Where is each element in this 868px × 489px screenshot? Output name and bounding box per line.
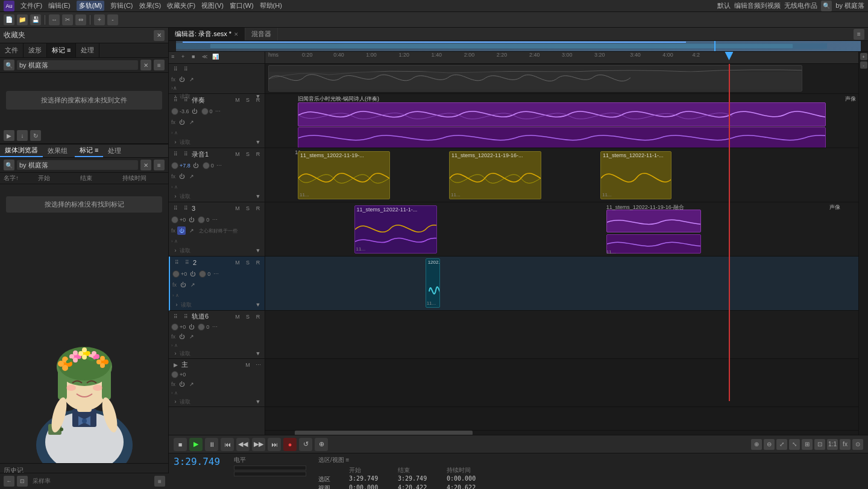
expand-2[interactable]: › bbox=[172, 301, 181, 309]
menu-help[interactable]: 帮助(H) bbox=[260, 1, 282, 10]
track2-dragger[interactable]: ⠿ bbox=[172, 258, 181, 267]
tab-media-browser[interactable]: 媒体浏览器 bbox=[0, 145, 43, 157]
search-input[interactable] bbox=[17, 60, 138, 70]
dropdown-ludao6[interactable]: ▼ bbox=[254, 349, 262, 358]
workspace-radio[interactable]: 无线电作品 bbox=[784, 1, 817, 10]
track-banzhuo-dragger[interactable]: ⠿ bbox=[171, 96, 180, 104]
track3-dragger2[interactable]: ⠿ bbox=[181, 204, 190, 213]
search-icon-left[interactable]: 🔍 bbox=[4, 60, 14, 70]
dropdown-2[interactable]: ▼ bbox=[254, 301, 262, 309]
razor-tool[interactable]: ✂ bbox=[62, 14, 73, 25]
track-master-vol-knob[interactable] bbox=[171, 371, 178, 378]
tab-process[interactable]: 处理 bbox=[76, 43, 99, 57]
search2-icon[interactable]: 🔍 bbox=[4, 160, 14, 170]
zoom-sel[interactable]: ⊡ bbox=[814, 439, 825, 450]
menu-view[interactable]: 视图(V) bbox=[201, 1, 224, 10]
zoom-out-h[interactable]: ⤡ bbox=[789, 439, 800, 450]
clip-top[interactable] bbox=[268, 65, 802, 92]
th-icon4[interactable]: ≪ bbox=[202, 54, 210, 62]
th-icon2[interactable]: + bbox=[181, 54, 190, 62]
timeline-overview[interactable] bbox=[169, 41, 868, 52]
track-luyin1-M[interactable]: M bbox=[233, 150, 242, 158]
play-btn-small[interactable]: ▶ bbox=[4, 130, 14, 141]
tab-file[interactable]: 文件 bbox=[0, 43, 24, 57]
track-master-io[interactable]: ⋯ bbox=[254, 361, 262, 369]
scroll-thumb-h[interactable] bbox=[295, 431, 473, 435]
zoom-out-time[interactable]: - bbox=[860, 61, 867, 69]
track2-S[interactable]: S bbox=[244, 258, 252, 267]
track-master-M[interactable]: M bbox=[244, 361, 252, 369]
track-ludao6-pan-knob[interactable] bbox=[198, 323, 205, 331]
clip-banzhuo-upper[interactable] bbox=[298, 102, 826, 126]
clip-luyin1-2[interactable]: 11_stems_12022-11-19-16-... 11... bbox=[449, 151, 541, 199]
track-banzhuo-S[interactable]: S bbox=[244, 96, 252, 104]
track3-vol-knob[interactable] bbox=[171, 216, 178, 223]
menu-file[interactable]: 文件(F) bbox=[20, 1, 42, 10]
rew-btn[interactable]: ◀◀ bbox=[236, 438, 250, 451]
goto-end-btn[interactable]: ⏭ bbox=[268, 438, 281, 451]
track-ludao6-M[interactable]: M bbox=[233, 313, 242, 321]
panel-options-btn[interactable]: ≡ bbox=[154, 476, 165, 487]
open-file-icon[interactable]: 📁 bbox=[17, 14, 28, 25]
track-luyin1-S[interactable]: S bbox=[244, 150, 252, 158]
menu-window[interactable]: 窗口(W) bbox=[230, 1, 254, 10]
track-banzhuo-io[interactable]: ⋯ bbox=[214, 107, 222, 116]
menu-favorites[interactable]: 收藏夹(F) bbox=[167, 1, 195, 10]
search-icon[interactable]: 🔍 bbox=[821, 1, 832, 11]
track-ludao6-io[interactable]: ⋯ bbox=[210, 323, 219, 331]
fx-send-3[interactable]: ↗ bbox=[187, 226, 196, 235]
panel-close-btn[interactable]: ✕ bbox=[154, 30, 165, 41]
tab-markers[interactable]: 标记 ≡ bbox=[47, 43, 76, 57]
track3-dragger[interactable]: ⠿ bbox=[171, 204, 180, 213]
track-banzhuo-M[interactable]: M bbox=[233, 96, 242, 104]
fx-power-top[interactable]: ⏻ bbox=[177, 75, 186, 84]
clip-3-2-upper[interactable] bbox=[606, 210, 701, 232]
play-btn[interactable]: ▶ bbox=[189, 438, 203, 451]
clip-3-1[interactable]: 11_stems_12022-11-1-... 11... bbox=[354, 205, 438, 254]
zoom-in-h[interactable]: ⤢ bbox=[776, 439, 787, 450]
menu-effects[interactable]: 效果(S) bbox=[139, 1, 162, 10]
track2-M[interactable]: M bbox=[233, 258, 242, 267]
track3-pan[interactable]: ⏻ bbox=[187, 216, 195, 224]
expand-master[interactable]: › bbox=[171, 397, 180, 406]
loop-btn-small[interactable]: ↻ bbox=[30, 130, 41, 141]
track3-M[interactable]: M bbox=[233, 204, 242, 213]
fx-power-ludao6[interactable]: ⏻ bbox=[177, 332, 186, 341]
track-banzhuo-pan-knob[interactable] bbox=[201, 108, 209, 115]
clip-2-1[interactable]: 1202... 11... bbox=[426, 258, 441, 308]
track-banzhuo-pan[interactable]: ⏻ bbox=[190, 107, 199, 116]
fx-send-top[interactable]: ↗ bbox=[187, 75, 196, 84]
fx-power-3[interactable]: ⏻ bbox=[177, 226, 186, 235]
second-search-input[interactable] bbox=[17, 160, 138, 170]
zoom-out-icon[interactable]: - bbox=[107, 14, 118, 25]
track-ludao6-R[interactable]: R bbox=[254, 313, 262, 321]
move-tool[interactable]: ↔ bbox=[49, 14, 60, 25]
tab-markers-bottom[interactable]: 标记 ≡ bbox=[75, 145, 103, 157]
track-ludao6-vol-knob[interactable] bbox=[171, 323, 178, 331]
new-file-icon[interactable]: 📄 bbox=[4, 14, 14, 25]
fx-send-2[interactable]: ↗ bbox=[189, 281, 197, 289]
th-icon5[interactable]: 📊 bbox=[212, 54, 221, 62]
clear-search-btn[interactable]: ✕ bbox=[140, 60, 151, 70]
fwd-btn[interactable]: ▶▶ bbox=[252, 438, 265, 451]
track-ludao6-pan[interactable]: ⏻ bbox=[187, 323, 195, 331]
fx-send-master[interactable]: ↗ bbox=[187, 380, 196, 388]
fx-power-banzhuo[interactable]: ⏻ bbox=[177, 118, 186, 126]
record-btn[interactable]: ● bbox=[283, 438, 297, 451]
track2-vol-knob[interactable] bbox=[172, 270, 180, 278]
time-ruler[interactable]: hms 0:20 0:40 1:00 1:20 1:40 2:00 2:20 2… bbox=[265, 52, 858, 64]
save-icon[interactable]: 💾 bbox=[30, 14, 41, 25]
tab-editor[interactable]: 编辑器: 录音.sesx * ✕ bbox=[169, 28, 245, 40]
stop-btn[interactable]: ■ bbox=[174, 438, 187, 451]
dropdown-luyin1[interactable]: ▼ bbox=[254, 192, 262, 201]
fx-power-2[interactable]: ⏻ bbox=[178, 281, 187, 289]
bottom-ctrl-2[interactable]: ⊡ bbox=[17, 476, 28, 487]
insert-btn[interactable]: ↓ bbox=[17, 130, 28, 141]
zoom-out-wf[interactable]: ⊖ bbox=[764, 439, 775, 450]
track-luyin1-pan-knob[interactable] bbox=[203, 162, 210, 169]
hist-btn[interactable]: ⊙ bbox=[852, 439, 863, 450]
track-top-dragger[interactable]: ⠿ bbox=[171, 65, 180, 73]
track-banzhuo-R[interactable]: R bbox=[254, 96, 262, 104]
th-icon1[interactable]: ≡ bbox=[171, 54, 180, 62]
fit-view[interactable]: ⊞ bbox=[802, 439, 813, 450]
